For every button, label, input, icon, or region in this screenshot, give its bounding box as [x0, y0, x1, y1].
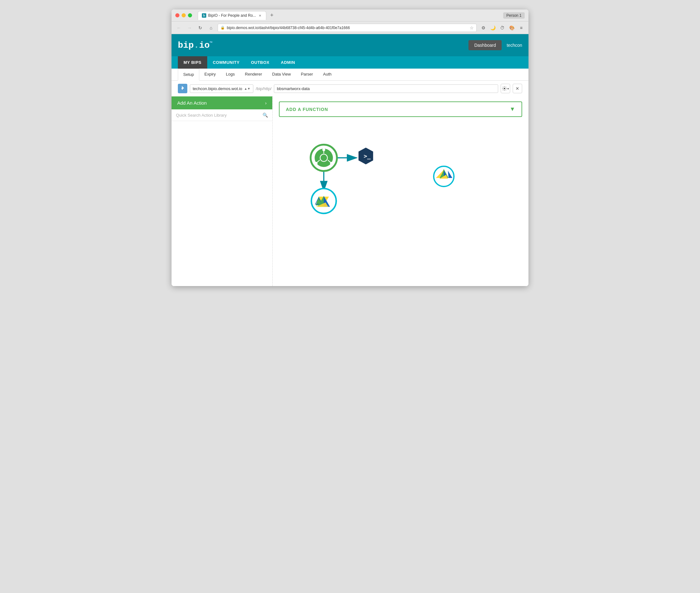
svg-point-0	[504, 88, 506, 89]
refresh-btn[interactable]: ↻	[196, 24, 204, 32]
url-bar-area: techcon.bipio.demos.wot.io ▲▼ /bip/http/…	[172, 81, 528, 96]
logo-dot: .	[193, 40, 199, 50]
nav-actions: ⚙ 🌙 ⏱ 🎨 ≡	[479, 24, 525, 32]
logo-io: io	[199, 40, 210, 50]
search-input-wrap[interactable]: Quick Search Action Library 🔍	[176, 113, 268, 118]
settings-gear-btn[interactable]: ▾	[501, 84, 510, 93]
address-text: bipio.demos.wot.io/dash#/bipio/44b68738-…	[227, 26, 468, 30]
svg-point-9	[315, 162, 317, 165]
svg-point-1	[310, 145, 337, 171]
tab-logs[interactable]: Logs	[221, 69, 240, 81]
tab-setup[interactable]: Setup	[178, 69, 199, 81]
tab-parser[interactable]: Parser	[296, 69, 318, 81]
header-right: Dashboard techcon	[469, 40, 522, 50]
app-logo: bip.io™	[178, 40, 212, 50]
back-btn[interactable]: ←	[175, 24, 183, 32]
url-separator: /bip/http/	[256, 86, 272, 91]
add-action-btn[interactable]: Add An Action ›	[172, 96, 272, 109]
main-layout: Add An Action › Quick Search Action Libr…	[172, 96, 528, 286]
browser-window: b BipIO - For People and Ro... ✕ + Perso…	[172, 9, 528, 286]
timer-icon[interactable]: ⏱	[498, 24, 507, 32]
link-icon-btn[interactable]	[178, 84, 187, 93]
tab-favicon-icon: b	[202, 13, 206, 18]
fullscreen-window-btn[interactable]	[188, 13, 192, 17]
new-tab-btn[interactable]: +	[268, 11, 276, 19]
nav-item-admin[interactable]: ADMIN	[275, 56, 301, 69]
add-function-chevron-icon: ▼	[510, 106, 515, 113]
extensions-icon[interactable]: ⚙	[479, 24, 487, 32]
logo-text: bip	[178, 40, 193, 50]
svg-point-3	[320, 154, 327, 161]
svg-marker-20	[317, 196, 330, 207]
search-icon: 🔍	[263, 113, 268, 118]
tabs-bar: Setup Expiry Logs Renderer Data View Par…	[172, 69, 528, 81]
drive-node[interactable]	[433, 165, 455, 189]
svg-line-6	[328, 160, 331, 162]
tab-title: BipIO - For People and Ro...	[208, 13, 256, 18]
add-function-text: ADD A FUNCTION	[286, 107, 328, 112]
tab-close-btn[interactable]: ✕	[258, 13, 262, 18]
svg-point-15	[311, 188, 337, 213]
svg-marker-18	[319, 197, 329, 205]
forward-btn[interactable]: →	[185, 24, 193, 32]
address-bar[interactable]: 🔒 bipio.demos.wot.io/dash#/bipio/44b6873…	[218, 24, 477, 32]
svg-text:△: △	[315, 195, 322, 205]
nav-item-mybips[interactable]: MY BIPS	[178, 56, 207, 69]
active-browser-tab[interactable]: b BipIO - For People and Ro... ✕	[198, 11, 266, 20]
add-function-bar[interactable]: ADD A FUNCTION ▼	[279, 102, 522, 117]
settings-dropdown-arrow: ▾	[507, 87, 509, 90]
search-area: Quick Search Action Library 🔍	[172, 109, 272, 121]
domain-dropdown-arrow: ▲▼	[244, 87, 251, 90]
svg-marker-17	[316, 197, 324, 205]
tab-renderer[interactable]: Renderer	[240, 69, 267, 81]
moon-icon[interactable]: 🌙	[489, 24, 497, 32]
search-placeholder-text: Quick Search Action Library	[176, 113, 261, 118]
close-window-btn[interactable]	[175, 13, 179, 17]
svg-line-8	[317, 160, 320, 162]
svg-point-2	[315, 149, 333, 167]
svg-marker-22	[317, 196, 324, 207]
traffic-lights	[175, 13, 192, 17]
dashboard-btn[interactable]: Dashboard	[469, 40, 501, 50]
main-canvas: ADD A FUNCTION ▼	[273, 96, 528, 286]
person-btn[interactable]: Person 1	[503, 12, 525, 18]
flow-diagram: >_ △	[273, 115, 528, 273]
url-path-input[interactable]	[274, 84, 498, 93]
browser-navbar: ← → ↻ ⌂ 🔒 bipio.demos.wot.io/dash#/bipio…	[172, 22, 528, 34]
logo-trademark: ™	[210, 40, 212, 45]
svg-marker-16	[319, 197, 329, 205]
home-btn[interactable]: ⌂	[207, 24, 215, 32]
svg-marker-23	[316, 202, 328, 207]
nav-item-outbox[interactable]: OUTBOX	[245, 56, 275, 69]
sidebar: Add An Action › Quick Search Action Libr…	[172, 96, 273, 286]
svg-point-7	[330, 162, 333, 165]
menu-icon[interactable]: ≡	[517, 24, 525, 32]
lock-icon: 🔒	[220, 26, 225, 30]
svg-point-5	[322, 148, 325, 151]
color-icon[interactable]: 🎨	[508, 24, 516, 32]
tab-auth[interactable]: Auth	[318, 69, 337, 81]
domain-text: techcon.bipio.demos.wot.io	[193, 86, 242, 91]
minimize-window-btn[interactable]	[182, 13, 186, 17]
app-content: bip.io™ Dashboard techcon MY BIPS COMMUN…	[172, 34, 528, 286]
bookmark-icon[interactable]: ☆	[470, 25, 474, 30]
tab-expiry[interactable]: Expiry	[199, 69, 221, 81]
svg-marker-21	[324, 196, 330, 207]
app-header: bip.io™ Dashboard techcon	[172, 34, 528, 56]
add-action-label: Add An Action	[177, 100, 207, 106]
app-nav: MY BIPS COMMUNITY OUTBOX ADMIN	[172, 56, 528, 69]
add-action-arrow-icon: ›	[265, 101, 267, 106]
tab-dataview[interactable]: Data View	[267, 69, 296, 81]
username-label: techcon	[507, 43, 522, 48]
tab-bar: b BipIO - For People and Ro... ✕ +	[198, 11, 501, 20]
nav-item-community[interactable]: COMMUNITY	[207, 56, 246, 69]
domain-select[interactable]: techcon.bipio.demos.wot.io ▲▼	[190, 84, 253, 93]
close-url-btn[interactable]: ✕	[513, 84, 522, 93]
svg-marker-12	[358, 148, 373, 164]
svg-text:>_: >_	[363, 153, 371, 159]
browser-titlebar: b BipIO - For People and Ro... ✕ + Perso…	[172, 9, 528, 22]
